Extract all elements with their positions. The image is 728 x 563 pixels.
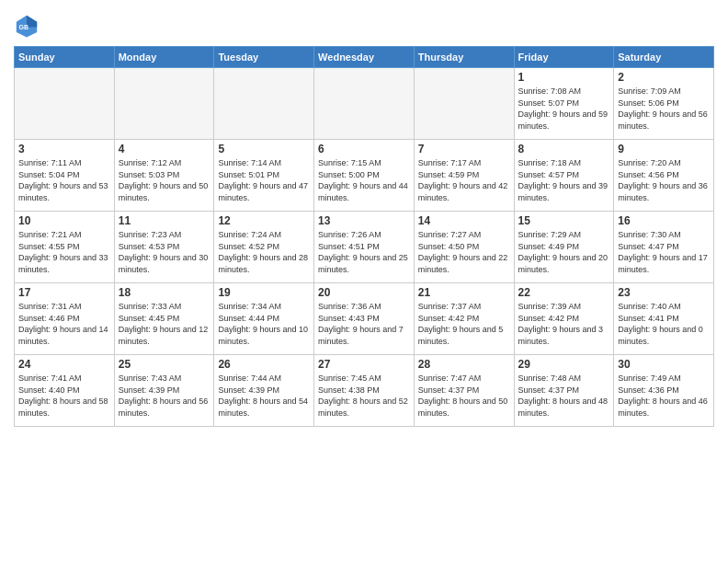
day-info: Sunrise: 7:45 AM Sunset: 4:38 PM Dayligh… bbox=[318, 373, 410, 419]
day-info: Sunrise: 7:33 AM Sunset: 4:45 PM Dayligh… bbox=[119, 301, 210, 347]
logo: GB bbox=[14, 13, 43, 39]
calendar-cell: 11Sunrise: 7:23 AM Sunset: 4:53 PM Dayli… bbox=[114, 212, 214, 283]
day-number: 1 bbox=[518, 71, 610, 84]
calendar-cell: 28Sunrise: 7:47 AM Sunset: 4:37 PM Dayli… bbox=[414, 355, 514, 427]
day-number: 24 bbox=[18, 358, 110, 371]
day-info: Sunrise: 7:24 AM Sunset: 4:52 PM Dayligh… bbox=[218, 229, 310, 275]
day-number: 20 bbox=[318, 286, 410, 299]
day-info: Sunrise: 7:39 AM Sunset: 4:42 PM Dayligh… bbox=[518, 301, 610, 347]
day-info: Sunrise: 7:49 AM Sunset: 4:36 PM Dayligh… bbox=[618, 373, 710, 419]
day-number: 4 bbox=[119, 143, 210, 155]
weekday-header-row: SundayMondayTuesdayWednesdayThursdayFrid… bbox=[15, 47, 714, 68]
calendar-cell: 3Sunrise: 7:11 AM Sunset: 5:04 PM Daylig… bbox=[15, 140, 115, 212]
calendar-cell: 14Sunrise: 7:27 AM Sunset: 4:50 PM Dayli… bbox=[414, 212, 514, 283]
calendar-week-row: 17Sunrise: 7:31 AM Sunset: 4:46 PM Dayli… bbox=[15, 283, 714, 355]
calendar-cell: 20Sunrise: 7:36 AM Sunset: 4:43 PM Dayli… bbox=[314, 283, 415, 355]
day-number: 27 bbox=[318, 358, 410, 371]
weekday-header-monday: Monday bbox=[114, 47, 214, 68]
day-info: Sunrise: 7:36 AM Sunset: 4:43 PM Dayligh… bbox=[318, 301, 410, 347]
calendar-cell bbox=[414, 68, 514, 140]
calendar-cell: 13Sunrise: 7:26 AM Sunset: 4:51 PM Dayli… bbox=[314, 212, 415, 283]
day-info: Sunrise: 7:17 AM Sunset: 4:59 PM Dayligh… bbox=[418, 157, 510, 203]
day-number: 3 bbox=[18, 143, 110, 155]
calendar-cell: 8Sunrise: 7:18 AM Sunset: 4:57 PM Daylig… bbox=[514, 140, 614, 212]
day-number: 26 bbox=[218, 358, 310, 371]
day-number: 13 bbox=[318, 214, 410, 227]
day-number: 2 bbox=[618, 71, 710, 84]
calendar-cell: 17Sunrise: 7:31 AM Sunset: 4:46 PM Dayli… bbox=[15, 283, 115, 355]
calendar-cell: 25Sunrise: 7:43 AM Sunset: 4:39 PM Dayli… bbox=[114, 355, 214, 427]
calendar-cell: 29Sunrise: 7:48 AM Sunset: 4:37 PM Dayli… bbox=[514, 355, 614, 427]
day-info: Sunrise: 7:14 AM Sunset: 5:01 PM Dayligh… bbox=[218, 157, 310, 203]
day-info: Sunrise: 7:15 AM Sunset: 5:00 PM Dayligh… bbox=[318, 157, 410, 203]
calendar-cell: 30Sunrise: 7:49 AM Sunset: 4:36 PM Dayli… bbox=[614, 355, 714, 427]
day-number: 14 bbox=[418, 214, 510, 227]
day-number: 29 bbox=[518, 358, 610, 371]
day-number: 15 bbox=[518, 214, 610, 227]
logo-icon: GB bbox=[14, 13, 40, 39]
day-info: Sunrise: 7:40 AM Sunset: 4:41 PM Dayligh… bbox=[618, 301, 710, 347]
calendar-cell: 12Sunrise: 7:24 AM Sunset: 4:52 PM Dayli… bbox=[214, 212, 314, 283]
calendar-cell: 4Sunrise: 7:12 AM Sunset: 5:03 PM Daylig… bbox=[114, 140, 214, 212]
day-number: 23 bbox=[618, 286, 710, 299]
weekday-header-friday: Friday bbox=[514, 47, 614, 68]
day-info: Sunrise: 7:12 AM Sunset: 5:03 PM Dayligh… bbox=[119, 157, 210, 203]
calendar-week-row: 1Sunrise: 7:08 AM Sunset: 5:07 PM Daylig… bbox=[15, 68, 714, 140]
weekday-header-wednesday: Wednesday bbox=[314, 47, 415, 68]
calendar-cell: 21Sunrise: 7:37 AM Sunset: 4:42 PM Dayli… bbox=[414, 283, 514, 355]
calendar-week-row: 24Sunrise: 7:41 AM Sunset: 4:40 PM Dayli… bbox=[15, 355, 714, 427]
day-number: 19 bbox=[218, 286, 310, 299]
weekday-header-saturday: Saturday bbox=[614, 47, 714, 68]
day-info: Sunrise: 7:34 AM Sunset: 4:44 PM Dayligh… bbox=[218, 301, 310, 347]
day-number: 9 bbox=[618, 143, 710, 155]
day-info: Sunrise: 7:48 AM Sunset: 4:37 PM Dayligh… bbox=[518, 373, 610, 419]
calendar-cell: 18Sunrise: 7:33 AM Sunset: 4:45 PM Dayli… bbox=[114, 283, 214, 355]
header: GB bbox=[14, 9, 714, 39]
day-number: 30 bbox=[618, 358, 710, 371]
day-info: Sunrise: 7:43 AM Sunset: 4:39 PM Dayligh… bbox=[119, 373, 210, 419]
day-info: Sunrise: 7:47 AM Sunset: 4:37 PM Dayligh… bbox=[418, 373, 510, 419]
day-number: 18 bbox=[119, 286, 210, 299]
calendar-cell: 2Sunrise: 7:09 AM Sunset: 5:06 PM Daylig… bbox=[614, 68, 714, 140]
calendar-cell: 5Sunrise: 7:14 AM Sunset: 5:01 PM Daylig… bbox=[214, 140, 314, 212]
calendar-cell bbox=[314, 68, 415, 140]
day-number: 25 bbox=[119, 358, 210, 371]
day-number: 5 bbox=[218, 143, 310, 155]
day-number: 11 bbox=[119, 214, 210, 227]
weekday-header-sunday: Sunday bbox=[15, 47, 115, 68]
calendar-table: SundayMondayTuesdayWednesdayThursdayFrid… bbox=[14, 46, 714, 427]
day-info: Sunrise: 7:18 AM Sunset: 4:57 PM Dayligh… bbox=[518, 157, 610, 203]
svg-text:GB: GB bbox=[19, 24, 29, 30]
calendar-cell: 9Sunrise: 7:20 AM Sunset: 4:56 PM Daylig… bbox=[614, 140, 714, 212]
calendar-cell: 6Sunrise: 7:15 AM Sunset: 5:00 PM Daylig… bbox=[314, 140, 415, 212]
day-number: 8 bbox=[518, 143, 610, 155]
day-info: Sunrise: 7:09 AM Sunset: 5:06 PM Dayligh… bbox=[618, 86, 710, 132]
day-number: 7 bbox=[418, 143, 510, 155]
calendar-cell bbox=[214, 68, 314, 140]
calendar-cell bbox=[15, 68, 115, 140]
day-info: Sunrise: 7:41 AM Sunset: 4:40 PM Dayligh… bbox=[18, 373, 110, 419]
calendar-cell: 19Sunrise: 7:34 AM Sunset: 4:44 PM Dayli… bbox=[214, 283, 314, 355]
calendar-cell: 27Sunrise: 7:45 AM Sunset: 4:38 PM Dayli… bbox=[314, 355, 415, 427]
day-info: Sunrise: 7:20 AM Sunset: 4:56 PM Dayligh… bbox=[618, 157, 710, 203]
day-info: Sunrise: 7:27 AM Sunset: 4:50 PM Dayligh… bbox=[418, 229, 510, 275]
day-number: 17 bbox=[18, 286, 110, 299]
day-number: 6 bbox=[318, 143, 410, 155]
day-number: 10 bbox=[18, 214, 110, 227]
calendar-cell: 1Sunrise: 7:08 AM Sunset: 5:07 PM Daylig… bbox=[514, 68, 614, 140]
day-number: 12 bbox=[218, 214, 310, 227]
day-number: 22 bbox=[518, 286, 610, 299]
weekday-header-tuesday: Tuesday bbox=[214, 47, 314, 68]
day-info: Sunrise: 7:37 AM Sunset: 4:42 PM Dayligh… bbox=[418, 301, 510, 347]
day-info: Sunrise: 7:26 AM Sunset: 4:51 PM Dayligh… bbox=[318, 229, 410, 275]
calendar-cell: 15Sunrise: 7:29 AM Sunset: 4:49 PM Dayli… bbox=[514, 212, 614, 283]
calendar-week-row: 3Sunrise: 7:11 AM Sunset: 5:04 PM Daylig… bbox=[15, 140, 714, 212]
day-info: Sunrise: 7:29 AM Sunset: 4:49 PM Dayligh… bbox=[518, 229, 610, 275]
calendar-cell bbox=[114, 68, 214, 140]
day-info: Sunrise: 7:08 AM Sunset: 5:07 PM Dayligh… bbox=[518, 86, 610, 132]
day-number: 21 bbox=[418, 286, 510, 299]
day-number: 28 bbox=[418, 358, 510, 371]
calendar-cell: 22Sunrise: 7:39 AM Sunset: 4:42 PM Dayli… bbox=[514, 283, 614, 355]
day-info: Sunrise: 7:30 AM Sunset: 4:47 PM Dayligh… bbox=[618, 229, 710, 275]
day-info: Sunrise: 7:23 AM Sunset: 4:53 PM Dayligh… bbox=[119, 229, 210, 275]
